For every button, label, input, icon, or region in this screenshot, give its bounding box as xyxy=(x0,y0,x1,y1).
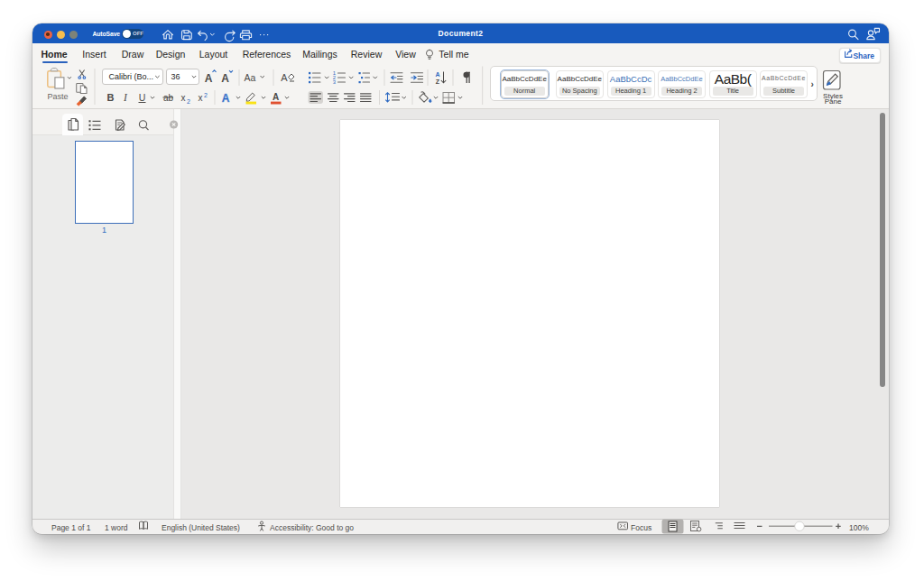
svg-text:A: A xyxy=(281,72,288,83)
svg-text:A: A xyxy=(222,92,230,105)
svg-text:x: x xyxy=(181,93,186,103)
svg-text:Z: Z xyxy=(436,78,440,85)
svg-text:3: 3 xyxy=(333,79,337,85)
svg-text:2: 2 xyxy=(187,98,190,105)
svg-text:U: U xyxy=(139,92,146,103)
svg-text:I: I xyxy=(123,92,128,103)
svg-text:B: B xyxy=(107,92,115,103)
svg-text:A: A xyxy=(273,92,279,102)
svg-text:A: A xyxy=(221,72,229,85)
svg-text:A: A xyxy=(435,71,439,78)
svg-text:2: 2 xyxy=(204,92,208,98)
svg-text:A: A xyxy=(205,72,213,85)
svg-text:Aa: Aa xyxy=(245,72,256,83)
svg-text:x: x xyxy=(199,93,203,103)
